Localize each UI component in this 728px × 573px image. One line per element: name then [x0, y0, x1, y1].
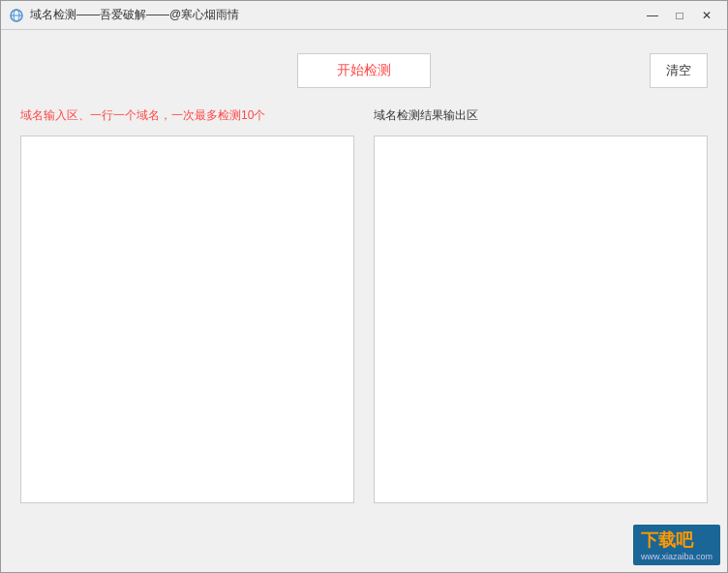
domain-input-textarea[interactable] [20, 136, 354, 503]
title-bar-left: 域名检测——吾爱破解——@寒心烟雨情 [9, 7, 239, 23]
maximize-button[interactable]: □ [667, 6, 692, 25]
clear-button[interactable]: 清空 [650, 53, 708, 88]
main-window: 域名检测——吾爱破解——@寒心烟雨情 — □ ✕ 开始检测 清空 域名输入区、一… [0, 0, 728, 573]
title-bar: 域名检测——吾爱破解——@寒心烟雨情 — □ ✕ [1, 1, 727, 30]
input-area-label: 域名输入区、一行一个域名，一次最多检测10个 [20, 107, 354, 124]
main-content: 开始检测 清空 域名输入区、一行一个域名，一次最多检测10个 域名检测结果输出区 [1, 30, 727, 572]
app-icon [9, 8, 24, 23]
textareas-row [20, 136, 708, 557]
window-controls: — □ ✕ [640, 6, 719, 25]
minimize-button[interactable]: — [640, 6, 665, 25]
watermark-box: 下载吧 www.xiazaiba.com [633, 525, 720, 565]
watermark-url: www.xiazaiba.com [641, 552, 713, 561]
labels-row: 域名输入区、一行一个域名，一次最多检测10个 域名检测结果输出区 [20, 107, 708, 124]
result-output-textarea[interactable] [374, 136, 708, 503]
start-button[interactable]: 开始检测 [297, 53, 431, 88]
watermark-brand: 下载吧 [641, 528, 713, 552]
toolbar: 开始检测 清空 [20, 45, 708, 96]
watermark: 下载吧 www.xiazaiba.com [633, 525, 720, 565]
window-title: 域名检测——吾爱破解——@寒心烟雨情 [30, 7, 239, 23]
output-area-label: 域名检测结果输出区 [354, 107, 708, 124]
close-button[interactable]: ✕ [694, 6, 719, 25]
